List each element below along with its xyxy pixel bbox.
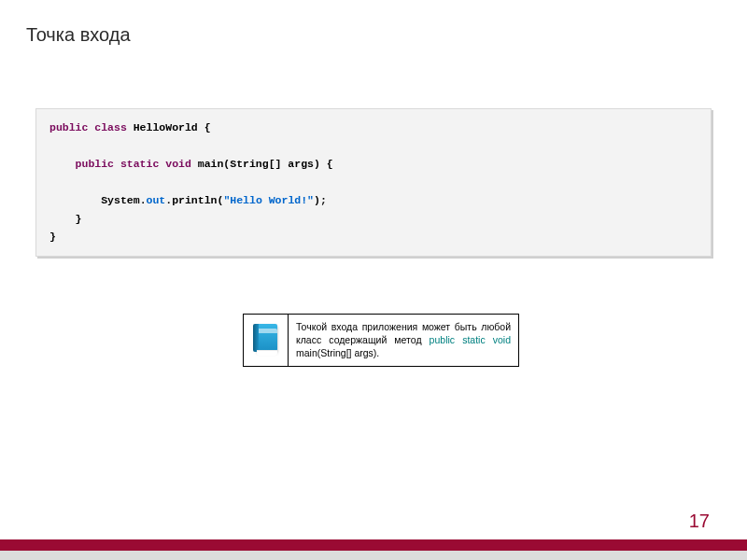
code-text: System. — [101, 194, 146, 206]
footer-sub-bar — [0, 551, 747, 560]
code-classname: HelloWorld { — [134, 121, 211, 133]
note-text-after: main(String[] args). — [296, 347, 379, 358]
code-text: main(String[] args) { — [198, 158, 333, 170]
code-block: public class HelloWorld { public static … — [35, 108, 712, 257]
page-number: 17 — [689, 511, 710, 532]
code-text: } — [49, 231, 56, 243]
page-title: Точка входа — [26, 24, 131, 46]
note-icon-cell — [244, 315, 289, 366]
code-text: } — [49, 213, 82, 225]
code-keyword: public static void — [76, 158, 198, 170]
code-keyword: public class — [49, 121, 134, 133]
note-box: Точкой входа приложения может быть любой… — [243, 314, 519, 367]
note-text: Точкой входа приложения может быть любой… — [289, 315, 518, 366]
code-field: out — [147, 194, 166, 206]
book-icon — [253, 324, 279, 356]
code-text: ); — [314, 194, 327, 206]
footer-accent-bar — [0, 539, 747, 551]
code-string: "Hello World!" — [223, 194, 314, 206]
code-text: .println( — [165, 194, 223, 206]
note-text-teal: public static void — [430, 334, 511, 345]
